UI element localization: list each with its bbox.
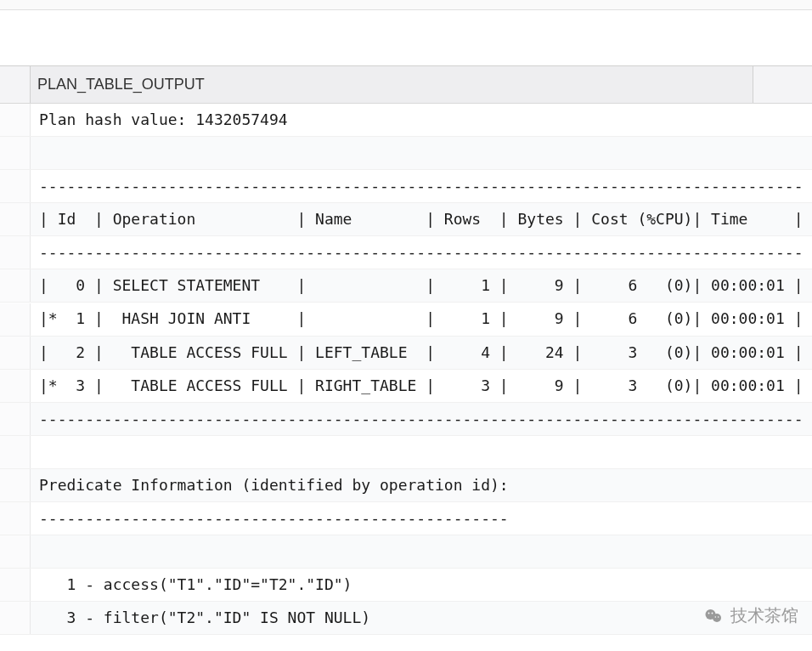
results-table: PLAN_TABLE_OUTPUT Plan hash value: 14320… [0, 65, 812, 635]
row-number-gutter [0, 236, 31, 269]
table-row[interactable] [0, 436, 812, 469]
row-number-gutter [0, 203, 31, 235]
row-number-gutter-header [0, 66, 31, 103]
cell-plan-output: ----------------------------------------… [31, 502, 517, 535]
cell-plan-output: | 2 | TABLE ACCESS FULL | LEFT_TABLE | 4… [31, 337, 811, 369]
table-row[interactable]: |* 3 | TABLE ACCESS FULL | RIGHT_TABLE |… [0, 370, 812, 403]
table-row[interactable]: ----------------------------------------… [0, 236, 812, 269]
row-number-gutter [0, 337, 31, 369]
toolbar-stub [0, 0, 812, 10]
row-number-gutter [0, 370, 31, 402]
cell-plan-output [31, 148, 48, 158]
table-row[interactable]: ----------------------------------------… [0, 502, 812, 535]
cell-plan-output: | 0 | SELECT STATEMENT | | 1 | 9 | 6 (0)… [31, 269, 811, 302]
column-header-plan-output[interactable]: PLAN_TABLE_OUTPUT [31, 76, 753, 93]
row-number-gutter [0, 436, 31, 468]
table-header-row: PLAN_TABLE_OUTPUT [0, 66, 812, 104]
cell-plan-output: Predicate Information (identified by ope… [31, 469, 517, 501]
table-row[interactable] [0, 137, 812, 170]
row-number-gutter [0, 502, 31, 535]
table-row[interactable]: | Id | Operation | Name | Rows | Bytes |… [0, 203, 812, 236]
table-row[interactable] [0, 535, 812, 569]
cell-plan-output: | Id | Operation | Name | Rows | Bytes |… [31, 203, 811, 235]
row-number-gutter [0, 269, 31, 302]
table-body: Plan hash value: 1432057494-------------… [0, 104, 812, 635]
row-number-gutter [0, 569, 31, 601]
row-number-gutter [0, 170, 31, 202]
table-row[interactable]: | 0 | SELECT STATEMENT | | 1 | 9 | 6 (0)… [0, 269, 812, 303]
table-row[interactable]: ----------------------------------------… [0, 403, 812, 436]
row-number-gutter [0, 535, 31, 568]
table-row[interactable]: |* 1 | HASH JOIN ANTI | | 1 | 9 | 6 (0)|… [0, 303, 812, 336]
cell-plan-output: ----------------------------------------… [31, 236, 811, 269]
cell-plan-output: |* 1 | HASH JOIN ANTI | | 1 | 9 | 6 (0)|… [31, 303, 811, 335]
cell-plan-output: 3 - filter("T2"."ID" IS NOT NULL) [31, 602, 379, 634]
row-number-gutter [0, 104, 31, 136]
row-number-gutter [0, 403, 31, 435]
cell-plan-output [31, 546, 48, 557]
spacer [0, 10, 812, 65]
cell-plan-output [31, 447, 48, 457]
cell-plan-output: ----------------------------------------… [31, 403, 811, 435]
row-number-gutter [0, 469, 31, 501]
cell-plan-output: 1 - access("T1"."ID"="T2"."ID") [31, 569, 360, 601]
cell-plan-output: |* 3 | TABLE ACCESS FULL | RIGHT_TABLE |… [31, 370, 811, 402]
table-row[interactable]: | 2 | TABLE ACCESS FULL | LEFT_TABLE | 4… [0, 337, 812, 370]
row-number-gutter [0, 602, 31, 634]
header-end [753, 66, 812, 103]
table-row[interactable]: Predicate Information (identified by ope… [0, 469, 812, 502]
table-row[interactable]: 3 - filter("T2"."ID" IS NOT NULL) [0, 602, 812, 635]
table-row[interactable]: ----------------------------------------… [0, 170, 812, 203]
row-number-gutter [0, 137, 31, 169]
cell-plan-output: ----------------------------------------… [31, 170, 811, 202]
cell-plan-output: Plan hash value: 1432057494 [31, 104, 296, 136]
row-number-gutter [0, 303, 31, 336]
table-row[interactable]: 1 - access("T1"."ID"="T2"."ID") [0, 569, 812, 602]
table-row[interactable]: Plan hash value: 1432057494 [0, 104, 812, 137]
